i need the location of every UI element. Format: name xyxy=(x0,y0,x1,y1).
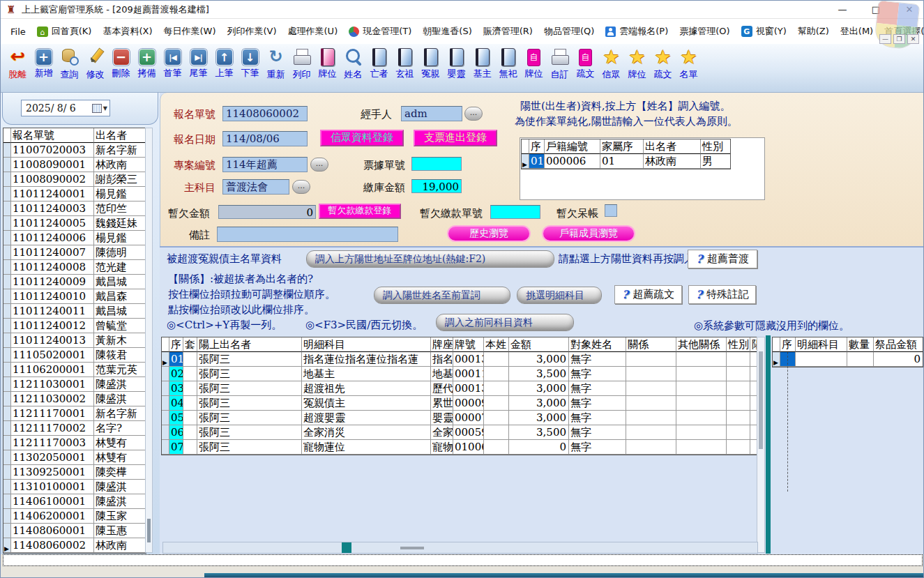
row-selector[interactable] xyxy=(3,187,11,201)
row-selector[interactable] xyxy=(522,154,529,169)
owe-bad-checkbox[interactable] xyxy=(605,204,617,217)
list-item[interactable]: 11011240010 戴昌森 xyxy=(3,289,146,304)
row-selector[interactable] xyxy=(162,411,169,425)
row-selector[interactable] xyxy=(3,494,11,509)
menu-item[interactable]: 雲端報名(P) xyxy=(600,22,674,40)
list-item[interactable]: 11105020001 陳筱君 xyxy=(3,348,146,363)
row-selector[interactable] xyxy=(3,450,11,465)
menu-item[interactable]: 朝聖進香(S) xyxy=(417,22,477,40)
subject-lookup-button[interactable]: ... xyxy=(292,180,310,194)
row-selector[interactable] xyxy=(3,509,11,524)
column-header[interactable]: 關係 xyxy=(626,337,676,352)
toolbar-button[interactable]: 姓名 xyxy=(340,47,366,81)
mdi-minimize-button[interactable]: — xyxy=(879,34,891,44)
list-item[interactable]: 11011240005 魏錢廷妹 xyxy=(3,216,146,231)
list-item[interactable]: 11011240011 戴昌城 xyxy=(3,304,146,319)
column-header[interactable]: 套 xyxy=(183,337,197,352)
row-selector[interactable] xyxy=(3,304,11,319)
table-row[interactable]: 01 張阿三 指名蓮位指名蓮位指名蓮 指名: 00013 3,000 無字 xyxy=(162,352,759,367)
check-register-button[interactable]: 支票進出登錄 xyxy=(414,130,497,146)
row-selector[interactable] xyxy=(3,275,11,289)
menu-item[interactable]: 票據管理(O) xyxy=(674,22,735,40)
copy-name-button[interactable]: 調入陽世姓名至前置詞 xyxy=(374,287,510,304)
toolbar-button[interactable]: 查詢 xyxy=(56,47,82,81)
column-header[interactable]: 出名者 xyxy=(94,128,146,143)
list-item[interactable]: 11008090002 謝彭榮三 xyxy=(3,172,146,187)
hscroll-thumb[interactable] xyxy=(400,547,424,549)
table-row[interactable]: 04 張阿三 冤親債主 累世: 00009 3,000 無字 xyxy=(162,396,759,411)
row-selector[interactable] xyxy=(3,392,11,406)
toolbar-button[interactable]: 上筆 xyxy=(211,47,237,79)
column-header[interactable]: 序 xyxy=(780,337,796,352)
believer-register-button[interactable]: 信眾資料登錄 xyxy=(320,130,404,146)
household-browse-button[interactable]: 戶籍成員瀏覽 xyxy=(542,225,635,242)
help-shuwen-button[interactable]: ? 超薦疏文 xyxy=(614,285,682,304)
maximize-button[interactable]: □ xyxy=(864,2,888,17)
column-header[interactable]: 戶籍編號 xyxy=(545,139,600,154)
column-header[interactable]: 家屬序 xyxy=(600,139,644,154)
minimize-button[interactable]: — xyxy=(831,2,854,17)
owe-no-field[interactable] xyxy=(490,205,540,219)
toolbar-button[interactable]: 冤親 xyxy=(418,47,444,80)
column-header[interactable]: 數量 xyxy=(847,337,874,352)
menu-item[interactable]: 基本資料(X) xyxy=(97,22,158,40)
toolbar-button[interactable]: 名單 xyxy=(676,47,702,81)
close-button[interactable]: ✕ xyxy=(898,2,921,17)
detail-table-scrollbar[interactable] xyxy=(757,337,765,553)
row-selector[interactable] xyxy=(3,319,11,333)
list-item[interactable]: 11211030002 陳盛淇 xyxy=(3,392,146,406)
row-selector[interactable] xyxy=(162,396,169,411)
menu-item[interactable]: 每日作業(W) xyxy=(158,22,222,40)
toolbar-button[interactable]: 修改 xyxy=(82,47,108,81)
detail-table-hscrollbar[interactable] xyxy=(162,542,758,554)
toolbar-button[interactable]: 首筆 xyxy=(160,47,185,79)
owe-pay-button[interactable]: 暫欠款繳款登錄 xyxy=(319,204,401,219)
mdi-close-button[interactable]: ✕ xyxy=(907,34,919,44)
row-selector[interactable] xyxy=(162,352,169,367)
list-item[interactable]: 11408060001 陳玉惠 xyxy=(3,524,146,538)
menu-item[interactable]: 物品管理(Q) xyxy=(538,22,600,40)
row-selector[interactable] xyxy=(3,348,11,363)
list-item[interactable]: 11106200001 范葉元英 xyxy=(3,363,146,377)
row-selector[interactable] xyxy=(3,289,11,304)
toolbar-button[interactable]: 牌位 xyxy=(624,47,650,81)
column-header[interactable]: 陽上出名者 xyxy=(197,337,302,352)
project-lookup-button[interactable]: ... xyxy=(310,158,328,172)
toolbar-button[interactable]: 疏文 xyxy=(650,47,676,81)
list-item[interactable]: 11011240009 戴昌城 xyxy=(3,275,146,289)
row-selector[interactable] xyxy=(3,245,11,260)
column-header[interactable]: 序 xyxy=(169,337,183,352)
row-selector[interactable] xyxy=(3,538,11,553)
subject-field[interactable]: 普渡法會 xyxy=(222,179,289,195)
menu-item[interactable]: 現金管理(T) xyxy=(343,22,417,40)
toolbar-button[interactable]: 列印 xyxy=(289,47,315,81)
handler-lookup-button[interactable]: ... xyxy=(464,107,483,121)
toolbar-button[interactable]: 新增 xyxy=(31,47,56,79)
row-selector[interactable] xyxy=(3,231,11,245)
copy-same-subject-button[interactable]: 調入之前同科目資料 xyxy=(436,314,574,331)
column-header[interactable]: 性別 xyxy=(727,337,750,352)
table-row[interactable]: 07 張阿三 寵物蓮位 寵物: 01006 0 無字 xyxy=(162,440,759,455)
list-item[interactable]: 11008090001 林政南 xyxy=(3,158,146,172)
menu-item[interactable]: 列印作業(V) xyxy=(222,22,282,40)
toolbar-button[interactable]: 基主 xyxy=(469,47,495,80)
table-row[interactable]: 05 張阿三 超渡嬰靈 嬰靈: 00007 3,000 無字 xyxy=(162,411,759,425)
column-header[interactable]: 祭品金額 xyxy=(874,337,923,352)
column-header[interactable]: 報名單號 xyxy=(11,128,94,143)
row-selector[interactable] xyxy=(3,172,11,187)
list-item[interactable]: 11011240007 陳德明 xyxy=(3,245,146,260)
row-selector[interactable] xyxy=(162,425,169,440)
toolbar-button[interactable]: 牌位 xyxy=(315,47,340,80)
help-special-note-button[interactable]: ? 特殊註記 xyxy=(688,285,756,304)
list-item[interactable]: 11211170002 名字? xyxy=(3,421,146,436)
row-selector[interactable] xyxy=(162,381,169,396)
row-selector[interactable] xyxy=(162,440,169,455)
toolbar-button[interactable]: 拷備 xyxy=(134,47,160,79)
history-browse-button[interactable]: 歷史瀏覽 xyxy=(447,225,531,242)
panel-splitter[interactable] xyxy=(766,335,771,554)
treasury-field[interactable]: 19,000 xyxy=(411,179,462,193)
row-selector[interactable] xyxy=(3,201,11,216)
menu-item[interactable]: 處理作業(U) xyxy=(282,22,344,40)
copy-address-button[interactable]: 調入上方陽世地址至牌位地址(熱鍵:F2) xyxy=(306,250,554,268)
row-selector[interactable] xyxy=(3,377,11,392)
